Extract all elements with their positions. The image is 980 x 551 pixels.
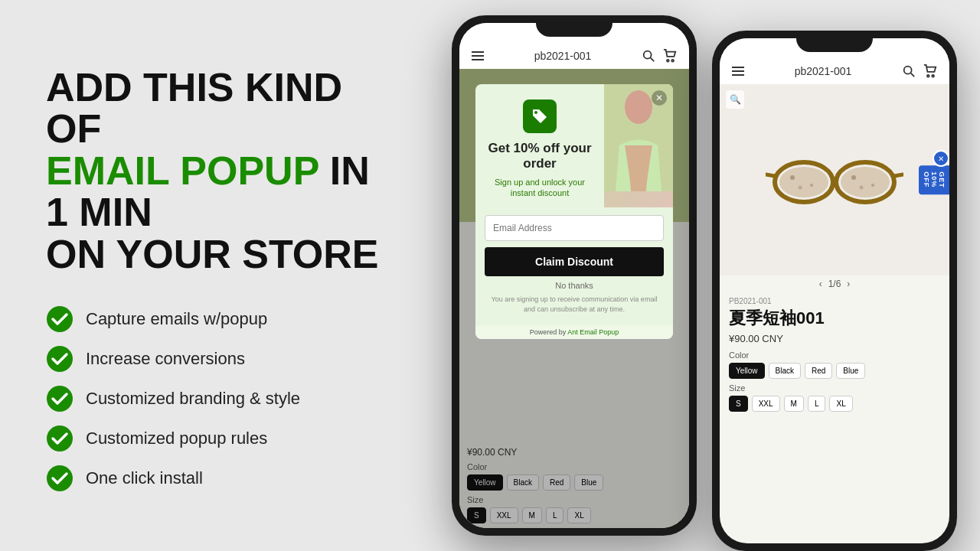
powered-by-link[interactable]: Ant Email Popup: [567, 328, 619, 336]
phone2-color-label: Color: [729, 350, 940, 360]
phone2-size-section: Size SXXLMLXL: [729, 383, 940, 412]
nav-counter: 1/6: [828, 279, 841, 289]
phone1: pb2021-001: [452, 15, 697, 536]
size-button[interactable]: L: [808, 396, 826, 412]
hamburger-icon[interactable]: [472, 51, 484, 60]
features-list: Capture emails w/popup Increase conversi…: [46, 305, 398, 492]
svg-point-26: [790, 175, 795, 180]
feature-text: Customized popup rules: [86, 429, 267, 448]
feature-item: Increase conversions: [46, 345, 398, 373]
headline-green: EMAIL POPUP: [46, 148, 318, 193]
color-button[interactable]: Yellow: [729, 363, 765, 379]
no-thanks-link[interactable]: No thanks: [485, 281, 664, 290]
email-input[interactable]: [485, 215, 664, 241]
email-popup: ✕ Get 10% off your order S: [475, 84, 673, 339]
popup-body: Claim Discount No thanks You are signing…: [475, 207, 673, 324]
svg-point-19: [932, 75, 934, 77]
svg-line-6: [651, 58, 655, 62]
claim-discount-button[interactable]: Claim Discount: [485, 247, 664, 276]
left-panel: ADD THIS KIND OF EMAIL POPUP IN 1 MIN ON…: [0, 0, 429, 551]
svg-point-2: [47, 386, 73, 412]
size-button[interactable]: M: [784, 396, 804, 412]
phone2-store-id: pb2021-001: [795, 65, 852, 77]
feature-item: Capture emails w/popup: [46, 305, 398, 333]
size-button[interactable]: S: [729, 396, 748, 412]
check-icon: [46, 425, 74, 452]
phone2-price: ¥90.00 CNY: [729, 333, 940, 344]
side-tab-close-button[interactable]: ✕: [933, 150, 949, 167]
phone1-notch: [536, 15, 612, 37]
headline-line1: ADD THIS KIND OF: [46, 67, 398, 150]
glasses-image-area: 🔍: [720, 84, 949, 276]
feature-text: One click install: [86, 468, 203, 488]
svg-point-7: [667, 60, 669, 62]
svg-point-3: [47, 425, 73, 452]
phone2-size-buttons: SXXLMLXL: [729, 396, 940, 412]
phone2-inner: pb2021-001: [720, 38, 949, 543]
svg-point-1: [47, 346, 73, 372]
svg-point-30: [871, 184, 874, 187]
zoom-icon[interactable]: 🔍: [726, 90, 744, 109]
popup-title: Get 10% off your order: [485, 141, 595, 172]
phone2: pb2021-001: [712, 31, 957, 551]
check-icon: [46, 465, 74, 492]
feature-item: Customized branding & style: [46, 385, 398, 412]
popup-subtitle: Sign up and unlock your instant discount: [485, 177, 595, 199]
svg-point-15: [625, 90, 652, 124]
svg-point-27: [810, 184, 813, 187]
popup-left: Get 10% off your order Sign up and unloc…: [475, 84, 604, 207]
phone1-icons: [642, 49, 677, 63]
feature-item: One click install: [46, 465, 398, 492]
right-panel: pb2021-001: [429, 0, 980, 551]
svg-point-0: [47, 306, 73, 332]
headline-line2: EMAIL POPUP IN 1 MIN: [46, 150, 398, 233]
svg-line-25: [894, 174, 903, 176]
feature-item: Customized popup rules: [46, 425, 398, 452]
popup-powered-by: Powered by Ant Email Popup: [475, 325, 673, 339]
image-nav: ‹ 1/6 ›: [720, 276, 949, 292]
feature-text: Increase conversions: [86, 349, 245, 369]
svg-point-31: [860, 186, 864, 190]
svg-point-18: [927, 75, 929, 77]
powered-by-label: Powered by: [530, 328, 567, 336]
color-button[interactable]: Blue: [836, 363, 865, 379]
check-icon: [46, 345, 74, 373]
search-icon[interactable]: [642, 49, 655, 63]
phone2-color-section: Color YellowBlackRedBlue: [729, 350, 940, 379]
prev-arrow[interactable]: ‹: [819, 279, 822, 289]
popup-close-button[interactable]: ✕: [652, 90, 667, 106]
phone2-cart-icon[interactable]: [923, 64, 937, 78]
svg-point-4: [47, 465, 73, 491]
tag-icon: [523, 99, 557, 133]
size-button[interactable]: XL: [829, 396, 852, 412]
next-arrow[interactable]: ›: [847, 279, 850, 289]
color-button[interactable]: Black: [769, 363, 801, 379]
svg-point-21: [779, 167, 828, 197]
cart-icon[interactable]: [663, 49, 677, 63]
popup-legal-text: You are signing up to receive communicat…: [485, 295, 664, 314]
headline-line3: ON YOUR STORE: [46, 233, 398, 276]
phone2-product-info: PB2021-001 夏季短袖001 ¥90.00 CNY Color Yell…: [720, 292, 949, 543]
product-sku: PB2021-001: [729, 297, 940, 305]
check-icon: [46, 385, 74, 412]
color-button[interactable]: Red: [805, 363, 832, 379]
glasses-svg: [766, 153, 903, 207]
size-button[interactable]: XXL: [752, 396, 780, 412]
popup-overlay: ✕ Get 10% off your order S: [459, 69, 689, 528]
popup-header: Get 10% off your order Sign up and unloc…: [475, 84, 673, 207]
phone1-store-id: pb2021-001: [534, 50, 592, 62]
feature-text: Customized branding & style: [86, 389, 300, 409]
check-icon: [46, 305, 74, 333]
svg-line-24: [766, 174, 775, 176]
svg-line-17: [911, 73, 915, 77]
phone2-hamburger-icon[interactable]: [732, 67, 744, 76]
svg-point-23: [841, 167, 890, 197]
product-title: 夏季短袖001: [729, 307, 940, 330]
svg-point-16: [904, 67, 912, 74]
side-tab[interactable]: GET 10% OFF: [919, 165, 949, 194]
svg-point-29: [851, 175, 856, 180]
phone2-search-icon[interactable]: [902, 64, 916, 78]
phone1-content: ✕ Get 10% off your order S: [459, 69, 689, 528]
phone2-icons: [902, 64, 937, 78]
svg-point-28: [799, 186, 802, 190]
